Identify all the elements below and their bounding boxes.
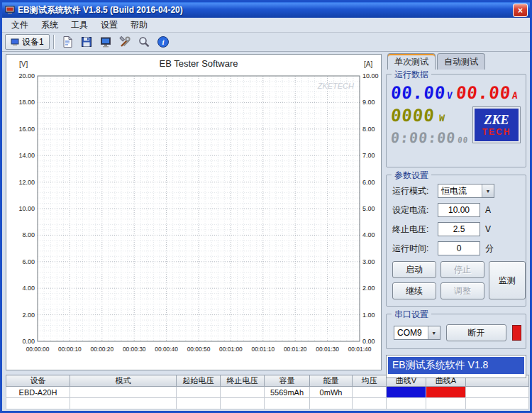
app-icon <box>5 5 15 15</box>
info-list-item[interactable]: EB测试系统软件 V1.8 <box>388 357 524 374</box>
voltage-current-row: 00.00 V 00.00 A <box>391 84 521 101</box>
menu-system[interactable]: 系统 <box>35 18 65 33</box>
svg-text:12.00: 12.00 <box>18 179 35 186</box>
toolbar: 设备1 <box>2 33 530 52</box>
open-report-icon <box>61 35 74 48</box>
svg-text:5.00: 5.00 <box>362 205 375 212</box>
chevron-down-icon[interactable]: ▼ <box>428 326 440 339</box>
col-mode: 模式 <box>70 375 177 387</box>
svg-text:EB Tester Software: EB Tester Software <box>159 58 238 69</box>
stop-button[interactable]: 停止 <box>440 261 484 278</box>
cell-device: EBD-A20H <box>6 387 70 398</box>
table-row-empty[interactable] <box>6 398 529 409</box>
power-row: 0000 W <box>391 107 473 124</box>
com-port-value: COM9 <box>394 328 428 338</box>
device-table: 设备 模式 起始电压 终止电压 容量 能量 均压 曲线V 曲线A EBD-A20… <box>2 373 530 413</box>
table-row[interactable]: EBD-A20H 5569mAh 0mWh <box>6 387 529 398</box>
logo-text-tech: TECH <box>482 128 511 136</box>
svg-text:00:01:30: 00:01:30 <box>316 346 339 353</box>
svg-text:8.00: 8.00 <box>362 126 375 133</box>
tab-auto-test[interactable]: 自动测试 <box>437 53 485 70</box>
current-display: 00.00 <box>455 84 512 101</box>
svg-text:2.00: 2.00 <box>22 312 35 319</box>
close-button[interactable]: × <box>513 4 528 17</box>
chart-box: EB Tester Software[V][A]ZKETECH20.0010.0… <box>6 54 382 370</box>
cell-mode <box>70 387 177 398</box>
device-icon <box>11 38 19 46</box>
adjust-button[interactable]: 调整 <box>440 282 484 299</box>
device-button-label: 设备1 <box>22 36 44 48</box>
open-report-button[interactable] <box>58 33 77 51</box>
monitor-icon <box>99 35 112 48</box>
svg-text:18.00: 18.00 <box>18 99 35 106</box>
svg-text:8.00: 8.00 <box>22 231 35 238</box>
menu-settings[interactable]: 设置 <box>94 18 124 33</box>
zoom-icon <box>138 35 150 48</box>
svg-text:1.00: 1.00 <box>362 312 375 319</box>
run-time-label: 运行时间: <box>392 243 438 255</box>
chart-panel: EB Tester Software[V][A]ZKETECH20.0010.0… <box>2 52 383 373</box>
set-current-input[interactable] <box>438 203 480 217</box>
window-title: EB测试系统软件 V1.8.5 (Build 2016-04-20) <box>18 4 183 16</box>
timer-display: 0:00:00 <box>390 131 456 145</box>
menu-help[interactable]: 帮助 <box>124 18 154 33</box>
logo-text-zke: ZKE <box>484 114 509 126</box>
svg-text:2.00: 2.00 <box>362 285 375 292</box>
col-avg-voltage: 均压 <box>353 375 387 387</box>
menubar: 文件 系统 工具 设置 帮助 <box>2 18 530 33</box>
svg-text:00:00:00: 00:00:00 <box>26 346 50 353</box>
test-tabs: 单次测试 自动测试 <box>386 55 526 70</box>
monitor-view-button[interactable] <box>96 33 116 51</box>
device-button[interactable]: 设备1 <box>5 34 50 50</box>
svg-text:[V]: [V] <box>19 60 28 68</box>
menu-tools[interactable]: 工具 <box>65 18 94 33</box>
col-capacity: 容量 <box>265 375 310 387</box>
app-window: EB测试系统软件 V1.8.5 (Build 2016-04-20) × 文件 … <box>0 0 532 413</box>
stop-voltage-input[interactable] <box>438 222 480 236</box>
disconnect-button[interactable]: 断开 <box>446 324 506 341</box>
svg-text:00:00:40: 00:00:40 <box>155 346 178 353</box>
serial-group-label: 串口设置 <box>392 309 431 321</box>
run-mode-select[interactable]: 恒电流 ▼ <box>438 184 494 198</box>
cell-start-voltage <box>177 387 221 398</box>
svg-text:6.00: 6.00 <box>22 258 35 265</box>
power-display: 0000 <box>390 107 436 124</box>
run-time-unit: 分 <box>485 243 494 255</box>
run-mode-label: 运行模式: <box>392 185 438 197</box>
run-time-input[interactable] <box>438 241 480 255</box>
svg-text:00:00:10: 00:00:10 <box>58 346 82 353</box>
chart: EB Tester Software[V][A]ZKETECH20.0010.0… <box>6 55 379 367</box>
serial-group: 串口设置 COM9 ▼ 断开 <box>386 314 526 349</box>
menu-file[interactable]: 文件 <box>5 18 35 33</box>
start-button[interactable]: 启动 <box>392 261 436 278</box>
cell-avg-voltage <box>353 387 387 398</box>
control-panel: 单次测试 自动测试 运行数据 00.00 V 00.00 A 0000 W <box>383 52 530 373</box>
svg-text:00:01:10: 00:01:10 <box>251 346 275 353</box>
cell-end-voltage <box>221 387 265 398</box>
table-header-row: 设备 模式 起始电压 终止电压 容量 能量 均压 曲线V 曲线A <box>6 375 529 387</box>
com-port-select[interactable]: COM9 ▼ <box>394 326 440 340</box>
parameter-group-label: 参数设置 <box>392 170 431 182</box>
svg-text:3.00: 3.00 <box>362 258 375 265</box>
tools-icon <box>118 35 131 48</box>
about-button[interactable]: i <box>154 33 173 51</box>
timer-centiseconds: 00 <box>458 136 469 144</box>
svg-text:16.00: 16.00 <box>18 126 35 133</box>
timer-row: 0:00:00 00 <box>391 131 473 145</box>
stop-voltage-label: 终止电压: <box>392 224 438 236</box>
continue-button[interactable]: 继续 <box>392 282 436 299</box>
info-icon: i <box>157 35 170 48</box>
cell-capacity: 5569mAh <box>265 387 310 398</box>
save-button[interactable] <box>77 33 96 51</box>
tools-button[interactable] <box>116 33 135 51</box>
monitor-button[interactable]: 监测 <box>489 261 526 299</box>
svg-text:4.00: 4.00 <box>22 285 35 292</box>
titlebar: EB测试系统软件 V1.8.5 (Build 2016-04-20) × <box>2 2 530 18</box>
voltage-unit: V <box>447 91 454 100</box>
chevron-down-icon[interactable]: ▼ <box>482 185 494 197</box>
save-icon <box>80 35 93 48</box>
zoom-button[interactable] <box>135 33 154 51</box>
tab-single-test[interactable]: 单次测试 <box>387 53 436 70</box>
svg-text:7.00: 7.00 <box>362 152 375 159</box>
run-data-group: 运行数据 00.00 V 00.00 A 0000 W 0:00:00 <box>386 74 526 167</box>
